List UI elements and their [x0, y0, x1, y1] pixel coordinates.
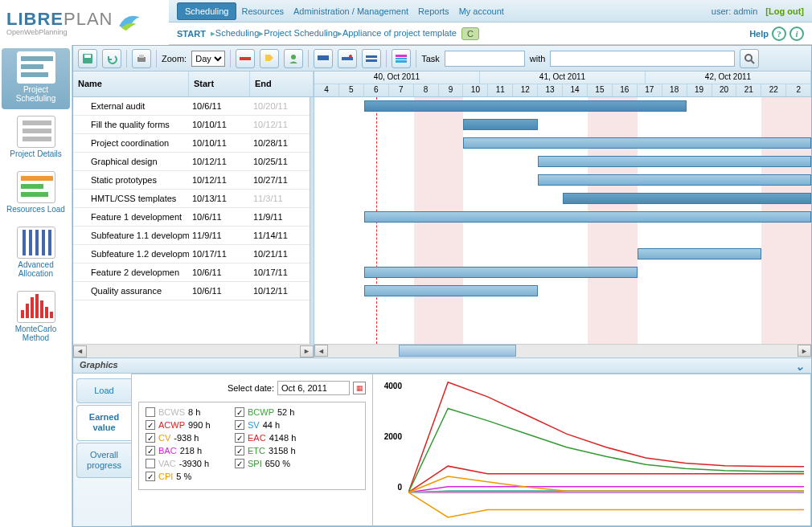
legend-item[interactable]: ✓BAC 218 h — [146, 446, 222, 456]
sidebar-item-resources-load[interactable]: Resources Load — [2, 168, 70, 220]
resources-icon[interactable] — [284, 49, 303, 68]
checkbox-icon[interactable] — [146, 459, 155, 468]
collapse-icon[interactable] — [338, 49, 357, 68]
print-icon[interactable] — [132, 49, 151, 68]
calendar-icon[interactable]: ▦ — [353, 382, 366, 394]
filter-icon[interactable] — [362, 49, 381, 68]
table-row[interactable]: Quality assurance10/6/1110/12/11 — [73, 282, 314, 300]
col-end[interactable]: End — [250, 71, 314, 96]
checkbox-icon[interactable]: ✓ — [235, 420, 244, 430]
gantt-hscroll[interactable]: ◄ ► — [314, 344, 811, 357]
nav-tab-administration-management[interactable]: Administration / Management — [289, 3, 413, 19]
zoom-select[interactable]: Day — [191, 51, 225, 67]
gantt-bar[interactable] — [538, 174, 811, 186]
legend-item[interactable]: ✓ACWP 990 h — [146, 420, 222, 430]
table-row[interactable]: Project coordination10/10/1110/28/11 — [73, 134, 314, 153]
nav-tab-resources[interactable]: Resources — [236, 3, 289, 19]
day-header: 12 — [513, 84, 538, 96]
checkbox-icon[interactable]: ✓ — [235, 459, 244, 468]
crumb[interactable]: Appliance of project template — [342, 28, 457, 38]
checkbox-icon[interactable]: ✓ — [146, 420, 155, 430]
checkbox-icon[interactable]: ✓ — [146, 446, 155, 456]
sidebar-item-project-details[interactable]: Project Details — [2, 112, 70, 165]
checkbox-icon[interactable]: ✓ — [235, 446, 244, 456]
nav-tab-reports[interactable]: Reports — [413, 3, 454, 19]
critical-path-icon[interactable] — [236, 49, 255, 68]
gantt-bar[interactable] — [563, 193, 811, 204]
col-name[interactable]: Name — [73, 71, 189, 96]
svg-rect-28 — [318, 55, 329, 57]
table-row[interactable]: Static prototypes10/12/1110/27/11 — [73, 171, 314, 190]
legend-icon[interactable] — [392, 49, 411, 68]
day-header: 9 — [439, 84, 464, 96]
table-row[interactable]: Graphical design10/12/1110/25/11 — [73, 153, 314, 171]
task-input[interactable] — [445, 51, 525, 67]
sidebar-icon — [17, 51, 55, 84]
undo-icon[interactable] — [102, 49, 121, 68]
crumb-start[interactable]: START — [177, 29, 206, 39]
table-row[interactable]: Fill the quality forms10/10/1110/12/11 — [73, 116, 314, 134]
nav-tab-scheduling[interactable]: Scheduling — [177, 2, 236, 20]
gantt-bar[interactable] — [538, 156, 811, 167]
legend-item[interactable]: ✓BCWP 52 h — [235, 407, 311, 417]
table-row[interactable]: Feature 1 development10/6/1111/9/11 — [73, 208, 314, 227]
legend-item[interactable]: VAC -3930 h — [146, 459, 222, 468]
graphics-header[interactable]: Graphics⌄ — [73, 357, 811, 374]
col-start[interactable]: Start — [189, 71, 250, 96]
labels-icon[interactable] — [260, 49, 279, 68]
day-header: 14 — [563, 84, 588, 96]
legend-item[interactable]: ✓SV 44 h — [235, 420, 311, 430]
crumb[interactable]: Project Scheduling — [264, 28, 338, 38]
nav-tab-my-account[interactable]: My account — [454, 3, 509, 19]
sidebar-icon — [17, 116, 55, 148]
sidebar-item-montecarlo-method[interactable]: MonteCarlo Method — [2, 288, 70, 349]
day-header: 15 — [588, 84, 613, 96]
expand-icon[interactable] — [314, 49, 333, 68]
checkbox-icon[interactable]: ✓ — [146, 472, 155, 481]
graphics-tab[interactable]: Earned value — [76, 405, 131, 440]
search-icon[interactable] — [740, 49, 759, 68]
table-row[interactable]: Feature 2 developmen10/6/1110/17/11 — [73, 264, 314, 282]
gantt-bar[interactable] — [463, 119, 538, 130]
select-date-input[interactable] — [277, 381, 350, 395]
checkbox-icon[interactable]: ✓ — [146, 433, 155, 443]
help-icon[interactable]: ? — [772, 27, 786, 41]
logout-link[interactable]: [Log out] — [765, 6, 804, 16]
chevron-down-icon[interactable]: ⌄ — [795, 360, 805, 371]
legend-item[interactable]: ✓ETC 3158 h — [235, 446, 311, 456]
grid-hscroll[interactable]: ◄► — [73, 344, 314, 357]
table-row[interactable]: External audit10/6/1110/20/11 — [73, 97, 314, 116]
with-input[interactable] — [550, 51, 735, 67]
legend-item[interactable]: ✓CV -938 h — [146, 433, 222, 443]
svg-rect-13 — [48, 230, 51, 255]
crumb[interactable]: Scheduling — [215, 28, 259, 38]
gantt-bar[interactable] — [364, 100, 687, 112]
sidebar-item-project-scheduling[interactable]: Project Scheduling — [2, 48, 70, 109]
help-link[interactable]: Help — [749, 29, 769, 39]
checkbox-icon[interactable]: ✓ — [235, 407, 244, 417]
table-row[interactable]: Subfeature 1.1 developme11/9/1111/14/11 — [73, 227, 314, 245]
svg-rect-3 — [23, 121, 51, 125]
table-row[interactable]: Subfeature 1.2 developme10/17/1110/21/11 — [73, 245, 314, 264]
gantt-bar[interactable] — [364, 211, 811, 223]
legend-item[interactable]: ✓SPI 650 % — [235, 459, 311, 468]
info-icon[interactable]: i — [789, 27, 804, 41]
save-icon[interactable] — [78, 49, 97, 68]
table-row[interactable]: HMTL/CSS templates10/13/1111/3/11 — [73, 190, 314, 208]
gantt-bar[interactable] — [364, 267, 638, 278]
day-header: 19 — [687, 84, 712, 96]
svg-rect-7 — [21, 184, 43, 189]
graphics-tab[interactable]: Overall progress — [76, 443, 131, 478]
legend-item[interactable]: ✓CPI 5 % — [146, 472, 222, 481]
graphics-tab[interactable]: Load — [76, 378, 131, 403]
user-label: user: admin — [712, 6, 757, 16]
legend-item[interactable]: BCWS 8 h — [146, 407, 222, 417]
gantt-bar[interactable] — [364, 285, 538, 296]
checkbox-icon[interactable] — [146, 407, 155, 417]
sidebar-item-advanced-allocation[interactable]: Advanced Allocation — [2, 223, 70, 284]
gantt-bar[interactable] — [638, 248, 762, 259]
svg-rect-14 — [21, 310, 24, 318]
checkbox-icon[interactable]: ✓ — [235, 433, 244, 443]
gantt-bar[interactable] — [463, 137, 811, 149]
legend-item[interactable]: ✓EAC 4148 h — [235, 433, 311, 443]
